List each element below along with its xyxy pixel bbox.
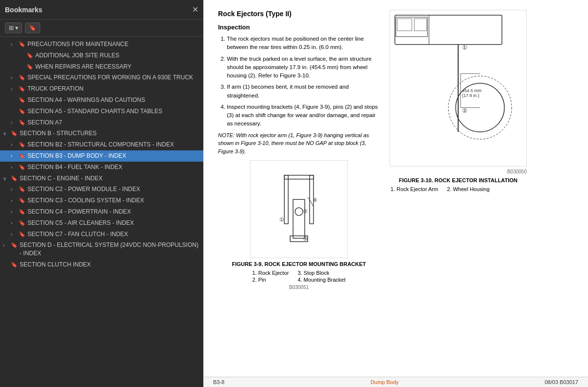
bookmark-label: SECTION B4 - FUEL TANK - INDEX xyxy=(27,163,200,171)
section-inspection-heading: Inspection xyxy=(218,24,380,31)
bookmark-item-section-a5[interactable]: 🔖SECTION A5 - STANDARD CHARTS AND TABLES xyxy=(0,106,203,117)
chevron-icon: › xyxy=(11,85,19,93)
bookmark-flag-icon: 🔖 xyxy=(19,40,27,48)
fig39-legend: 1. Rock Ejector 3. Stop Block 2. Pin 4. … xyxy=(251,269,346,284)
sidebar-header: Bookmarks ✕ xyxy=(0,0,203,20)
layout-button[interactable]: ⊞ ▾ xyxy=(5,23,22,33)
bookmark-label: SECTION CLUTCH INDEX xyxy=(20,261,200,269)
main-content: Rock Ejectors (Type II) Inspection The r… xyxy=(203,0,588,387)
bookmark-flag-icon: 🔖 xyxy=(19,196,27,204)
footer-center: Dump Body xyxy=(370,379,398,385)
bookmark-item-section-c2[interactable]: ›🔖SECTION C2 - POWER MODULE - INDEX xyxy=(0,184,203,195)
bookmark-label: SECTION B - STRUCTURES xyxy=(20,129,200,138)
figure-310-container: ① ② 454.5 mm (17.9 in.) B030050 FIGURE 3… xyxy=(390,10,527,193)
bookmark-item-section-clutch[interactable]: 🔖SECTION CLUTCH INDEX xyxy=(0,259,203,270)
chevron-icon: › xyxy=(11,230,19,238)
chevron-icon: › xyxy=(11,196,19,204)
bookmark-view-button[interactable]: 🔖 xyxy=(25,23,40,33)
bookmark-flag-icon: 🔖 xyxy=(26,63,35,71)
bookmark-item-special[interactable]: ›🔖SPECIAL PRECAUTIONS FOR WORKING ON A 9… xyxy=(0,72,203,83)
svg-rect-3 xyxy=(293,199,305,238)
step-item: Inspect mounting brackets (4, Figure 3-9… xyxy=(227,103,380,128)
svg-point-4 xyxy=(295,208,303,216)
chevron-icon: › xyxy=(11,40,19,48)
bookmark-flag-icon: 🔖 xyxy=(11,241,20,249)
chevron-icon: › xyxy=(11,219,19,227)
sidebar-title: Bookmarks xyxy=(5,6,42,14)
bookmark-label: SECTION B3 - DUMP BODY - INDEX xyxy=(27,152,200,160)
bookmark-label: SECTION A4 - WARNINGS AND CAUTIONS xyxy=(27,96,200,104)
bookmark-flag-icon: 🔖 xyxy=(19,208,27,216)
bookmark-flag-icon: 🔖 xyxy=(19,163,27,171)
bookmark-label: SECTION C7 - FAN CLUTCH - INDEX xyxy=(27,230,200,239)
bookmark-label: ADDITIONAL JOB SITE RULES xyxy=(35,51,200,60)
doc-note: NOTE: With rock ejector arm (1, Figure 3… xyxy=(218,131,380,156)
chevron-icon xyxy=(19,51,26,52)
step-item: With the truck parked on a level surface… xyxy=(227,55,380,80)
bookmark-item-section-b[interactable]: ∨🔖SECTION B - STRUCTURES xyxy=(0,128,203,139)
fig310-legend-2: 2. Wheel Housing xyxy=(447,186,490,192)
svg-rect-1 xyxy=(284,175,288,224)
svg-text:②: ② xyxy=(303,208,308,214)
svg-rect-14 xyxy=(396,17,428,37)
bookmark-flag-icon: 🔖 xyxy=(26,51,35,59)
dropdown-arrow-icon: ▾ xyxy=(15,24,18,31)
bookmark-flag-icon: 🔖 xyxy=(19,119,27,126)
bookmark-item-when-repairs[interactable]: 🔖WHEN REPAIRS ARE NECESSARY xyxy=(0,61,203,73)
bookmark-item-section-b2[interactable]: ›🔖SECTION B2 - STRUCTURAL COMPONENTS - I… xyxy=(0,139,203,150)
bookmark-flag-icon: 🔖 xyxy=(19,73,27,81)
bookmark-item-truck-op[interactable]: ›🔖TRUCK OPERATION xyxy=(0,83,203,95)
bookmark-item-section-c[interactable]: ∨🔖SECTION C - ENGINE - INDEX xyxy=(0,173,203,184)
bookmarks-list: ›🔖PRECAUTIONS FOR MAINTENANCE🔖ADDITIONAL… xyxy=(0,37,203,387)
bookmark-label: SECTION A5 - STANDARD CHARTS AND TABLES xyxy=(27,107,200,116)
fig39-caption: FIGURE 3-9. ROCK EJECTOR MOUNTING BRACKE… xyxy=(232,261,366,267)
bookmark-item-precautions[interactable]: ›🔖PRECAUTIONS FOR MAINTENANCE xyxy=(0,39,203,50)
svg-text:①: ① xyxy=(279,217,284,222)
bookmark-item-section-c3[interactable]: ›🔖SECTION C3 - COOLING SYSTEM - INDEX xyxy=(0,195,203,206)
bookmark-flag-icon: 🔖 xyxy=(19,85,27,93)
sidebar-close-button[interactable]: ✕ xyxy=(192,5,198,14)
svg-rect-15 xyxy=(397,19,412,31)
chevron-icon: › xyxy=(3,241,11,249)
footer-right: 08/03 B03017 xyxy=(544,379,578,385)
bookmark-item-section-a4[interactable]: 🔖SECTION A4 - WARNINGS AND CAUTIONS xyxy=(0,95,203,106)
bookmark-flag-icon: 🔖 xyxy=(19,219,27,227)
sidebar: Bookmarks ✕ ⊞ ▾ 🔖 ›🔖PRECAUTIONS FOR MAIN… xyxy=(0,0,203,387)
bookmark-item-section-c7[interactable]: ›🔖SECTION C7 - FAN CLUTCH - INDEX xyxy=(0,229,203,240)
bookmark-label: SECTION A7 xyxy=(27,119,200,127)
svg-rect-12 xyxy=(395,15,502,45)
chevron-icon xyxy=(3,261,11,262)
bookmark-label: WHEN REPAIRS ARE NECESSARY xyxy=(35,63,200,71)
bookmark-item-section-a7[interactable]: ›🔖SECTION A7 xyxy=(0,117,203,128)
bookmark-flag-icon: 🔖 xyxy=(11,261,20,268)
bookmark-item-section-c4[interactable]: ›🔖SECTION C4 - POWERTRAIN - INDEX xyxy=(0,206,203,218)
bookmark-flag-icon: 🔖 xyxy=(19,96,27,104)
figure-39-area: ① ② ③ ④ FIGURE 3-9. ROCK EJECTOR MOUNTIN… xyxy=(218,160,380,290)
svg-text:454.5 mm: 454.5 mm xyxy=(462,88,482,93)
svg-text:④: ④ xyxy=(313,197,318,203)
bookmark-item-section-b3[interactable]: ›🔖SECTION B3 - DUMP BODY - INDEX xyxy=(0,150,203,162)
bookmark-item-section-c5[interactable]: ›🔖SECTION C5 - AIR CLEANERS - INDEX xyxy=(0,218,203,229)
doc-text: Rock Ejectors (Type II) Inspection The r… xyxy=(218,10,380,367)
bookmark-label: TRUCK OPERATION xyxy=(27,85,200,93)
bookmark-item-section-b4[interactable]: ›🔖SECTION B4 - FUEL TANK - INDEX xyxy=(0,162,203,173)
bookmark-label: SECTION C3 - COOLING SYSTEM - INDEX xyxy=(27,196,200,205)
bookmark-label: PRECAUTIONS FOR MAINTENANCE xyxy=(27,40,200,48)
bookmark-label: SECTION C2 - POWER MODULE - INDEX xyxy=(27,185,200,194)
bookmark-item-additional[interactable]: 🔖ADDITIONAL JOB SITE RULES xyxy=(0,50,203,61)
chevron-icon xyxy=(11,107,19,108)
svg-text:③: ③ xyxy=(303,236,308,242)
chevron-icon: › xyxy=(11,119,19,126)
bookmark-flag-icon: 🔖 xyxy=(11,129,20,137)
chevron-icon: › xyxy=(11,152,19,160)
bookmark-item-section-d[interactable]: ›🔖SECTION D - ELECTRICAL SYSTEM (24VDC N… xyxy=(0,240,203,259)
svg-text:(17.9 in.): (17.9 in.) xyxy=(462,93,479,98)
bookmark-label: SECTION C4 - POWERTRAIN - INDEX xyxy=(27,208,200,216)
chevron-icon: ∨ xyxy=(3,129,11,137)
grid-icon: ⊞ xyxy=(9,24,14,31)
fig310-legend-1: 1. Rock Ejector Arm xyxy=(391,186,446,192)
bookmark-label: SECTION B2 - STRUCTURAL COMPONENTS - IND… xyxy=(27,141,200,149)
svg-text:②: ② xyxy=(462,107,467,114)
bookmark-label: SECTION C5 - AIR CLEANERS - INDEX xyxy=(27,219,200,227)
step-item: If arm (1) becomes bent, it must be remo… xyxy=(227,83,380,100)
